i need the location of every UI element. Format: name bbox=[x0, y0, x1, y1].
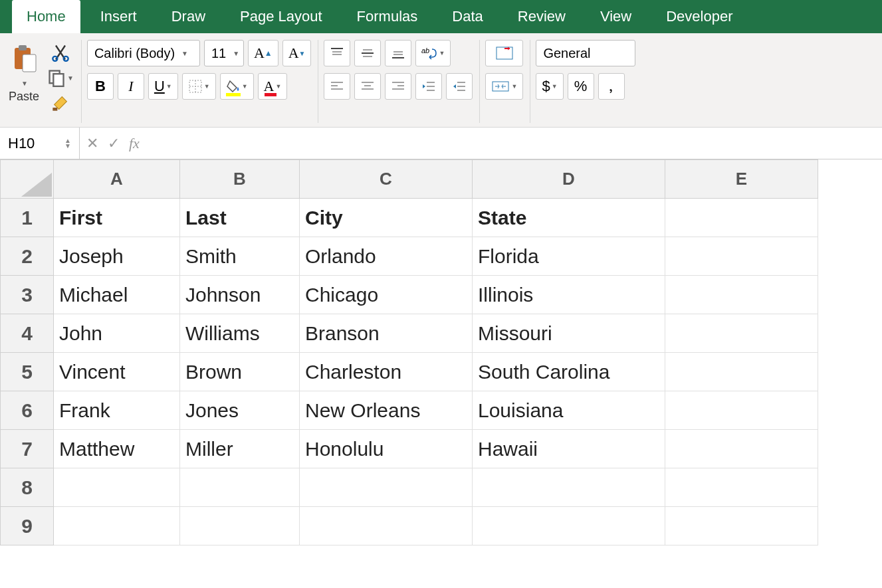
cell-A1[interactable]: First bbox=[54, 199, 180, 237]
col-header-E[interactable]: E bbox=[665, 160, 818, 199]
cell-D7[interactable]: Hawaii bbox=[473, 430, 665, 468]
cell-E8[interactable] bbox=[665, 468, 818, 507]
italic-button[interactable]: I bbox=[118, 73, 144, 100]
col-header-D[interactable]: D bbox=[473, 160, 665, 199]
currency-button[interactable]: $▼ bbox=[536, 73, 563, 100]
row-header-4[interactable]: 4 bbox=[1, 314, 54, 353]
tab-data[interactable]: Data bbox=[437, 0, 497, 33]
row-header-3[interactable]: 3 bbox=[1, 276, 54, 314]
col-header-B[interactable]: B bbox=[180, 160, 300, 199]
cut-button[interactable] bbox=[47, 43, 74, 62]
name-box[interactable]: H10 ▲▼ bbox=[0, 128, 80, 159]
align-center-button[interactable] bbox=[354, 73, 381, 100]
orientation-button[interactable] bbox=[485, 40, 523, 66]
tab-draw[interactable]: Draw bbox=[157, 0, 220, 33]
cell-D3[interactable]: Illinois bbox=[473, 276, 665, 314]
select-all-corner[interactable] bbox=[1, 160, 54, 199]
percent-button[interactable]: % bbox=[568, 73, 594, 100]
align-right-button[interactable] bbox=[385, 73, 411, 100]
cell-C6[interactable]: New Orleans bbox=[300, 391, 473, 430]
increase-indent-button[interactable] bbox=[446, 73, 473, 100]
row-header-6[interactable]: 6 bbox=[1, 391, 54, 430]
tab-view[interactable]: View bbox=[586, 0, 646, 33]
paste-button[interactable] bbox=[5, 40, 43, 77]
fill-color-button[interactable]: ▼ bbox=[220, 73, 254, 100]
cell-D2[interactable]: Florida bbox=[473, 237, 665, 276]
format-painter-button[interactable] bbox=[47, 93, 74, 113]
row-header-5[interactable]: 5 bbox=[1, 353, 54, 391]
tab-home[interactable]: Home bbox=[12, 0, 80, 33]
cell-D6[interactable]: Louisiana bbox=[473, 391, 665, 430]
cell-B7[interactable]: Miller bbox=[180, 430, 300, 468]
decrease-font-button[interactable]: A▼ bbox=[282, 40, 312, 66]
cell-E7[interactable] bbox=[665, 430, 818, 468]
row-header-1[interactable]: 1 bbox=[1, 199, 54, 237]
cell-C7[interactable]: Honolulu bbox=[300, 430, 473, 468]
cell-C8[interactable] bbox=[300, 468, 473, 507]
cell-E5[interactable] bbox=[665, 353, 818, 391]
cell-C4[interactable]: Branson bbox=[300, 314, 473, 353]
cell-D4[interactable]: Missouri bbox=[473, 314, 665, 353]
cell-C9[interactable] bbox=[300, 507, 473, 545]
align-top-button[interactable] bbox=[324, 40, 350, 66]
row-header-9[interactable]: 9 bbox=[1, 507, 54, 545]
decrease-indent-button[interactable] bbox=[415, 73, 442, 100]
align-middle-button[interactable] bbox=[354, 40, 381, 66]
cell-C2[interactable]: Orlando bbox=[300, 237, 473, 276]
cell-E6[interactable] bbox=[665, 391, 818, 430]
cell-B3[interactable]: Johnson bbox=[180, 276, 300, 314]
cell-A8[interactable] bbox=[54, 468, 180, 507]
copy-button[interactable]: ▼ bbox=[47, 68, 74, 88]
cell-D1[interactable]: State bbox=[473, 199, 665, 237]
cell-A9[interactable] bbox=[54, 507, 180, 545]
row-header-2[interactable]: 2 bbox=[1, 237, 54, 276]
tab-formulas[interactable]: Formulas bbox=[342, 0, 433, 33]
tab-page-layout[interactable]: Page Layout bbox=[225, 0, 337, 33]
wrap-text-button[interactable]: ab ▼ bbox=[415, 40, 451, 66]
cancel-icon[interactable]: ✕ bbox=[86, 135, 98, 152]
cell-E4[interactable] bbox=[665, 314, 818, 353]
cell-D8[interactable] bbox=[473, 468, 665, 507]
cell-D5[interactable]: South Carolina bbox=[473, 353, 665, 391]
row-header-7[interactable]: 7 bbox=[1, 430, 54, 468]
bold-button[interactable]: B bbox=[87, 73, 114, 100]
cell-B8[interactable] bbox=[180, 468, 300, 507]
paste-dropdown-arrow[interactable]: ▼ bbox=[21, 80, 28, 87]
col-header-C[interactable]: C bbox=[300, 160, 473, 199]
comma-style-button[interactable]: ﹐ bbox=[598, 73, 625, 100]
cell-E9[interactable] bbox=[665, 507, 818, 545]
tab-review[interactable]: Review bbox=[503, 0, 580, 33]
cell-D9[interactable] bbox=[473, 507, 665, 545]
cell-E1[interactable] bbox=[665, 199, 818, 237]
cell-B4[interactable]: Williams bbox=[180, 314, 300, 353]
tab-developer[interactable]: Developer bbox=[651, 0, 747, 33]
cell-A6[interactable]: Frank bbox=[54, 391, 180, 430]
col-header-A[interactable]: A bbox=[54, 160, 180, 199]
cell-A2[interactable]: Joseph bbox=[54, 237, 180, 276]
fx-icon[interactable]: fx bbox=[129, 135, 140, 152]
font-name-select[interactable]: Calibri (Body)▼ bbox=[87, 40, 200, 66]
borders-button[interactable]: ▼ bbox=[182, 73, 216, 100]
cell-B9[interactable] bbox=[180, 507, 300, 545]
enter-icon[interactable]: ✓ bbox=[108, 135, 120, 152]
number-format-select[interactable]: General bbox=[536, 40, 635, 66]
cell-A7[interactable]: Matthew bbox=[54, 430, 180, 468]
cell-B1[interactable]: Last bbox=[180, 199, 300, 237]
row-header-8[interactable]: 8 bbox=[1, 468, 54, 507]
cell-B5[interactable]: Brown bbox=[180, 353, 300, 391]
cell-C1[interactable]: City bbox=[300, 199, 473, 237]
merge-button[interactable]: ▼ bbox=[485, 73, 523, 100]
increase-font-button[interactable]: A▲ bbox=[248, 40, 278, 66]
underline-button[interactable]: U▼ bbox=[148, 73, 178, 100]
cell-B6[interactable]: Jones bbox=[180, 391, 300, 430]
cell-C5[interactable]: Charleston bbox=[300, 353, 473, 391]
cell-B2[interactable]: Smith bbox=[180, 237, 300, 276]
font-size-select[interactable]: 11▼ bbox=[204, 40, 244, 66]
cell-A4[interactable]: John bbox=[54, 314, 180, 353]
name-box-down-icon[interactable]: ▼ bbox=[64, 144, 71, 149]
formula-input[interactable] bbox=[146, 128, 882, 159]
cell-E2[interactable] bbox=[665, 237, 818, 276]
align-bottom-button[interactable] bbox=[385, 40, 411, 66]
cell-A5[interactable]: Vincent bbox=[54, 353, 180, 391]
cell-A3[interactable]: Michael bbox=[54, 276, 180, 314]
